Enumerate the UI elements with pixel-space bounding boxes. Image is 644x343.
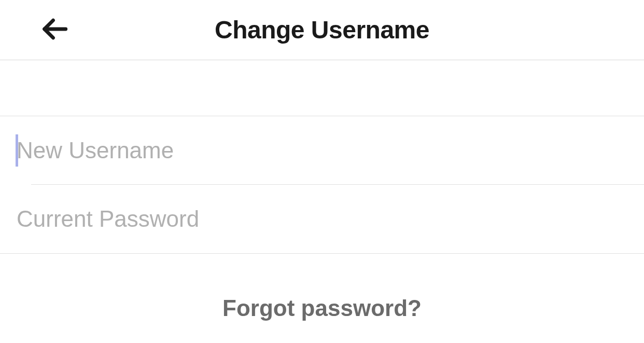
new-username-input[interactable]	[17, 138, 644, 163]
back-button[interactable]	[36, 12, 73, 48]
form-section	[0, 116, 644, 254]
page-title: Change Username	[0, 16, 644, 44]
header-bar: Change Username	[0, 0, 644, 60]
arrow-left-icon	[39, 14, 69, 46]
forgot-password-link[interactable]: Forgot password?	[0, 254, 644, 321]
current-password-input[interactable]	[17, 206, 644, 232]
spacer	[0, 60, 644, 116]
text-caret	[16, 134, 18, 167]
username-row	[0, 116, 644, 185]
password-row	[0, 185, 644, 253]
